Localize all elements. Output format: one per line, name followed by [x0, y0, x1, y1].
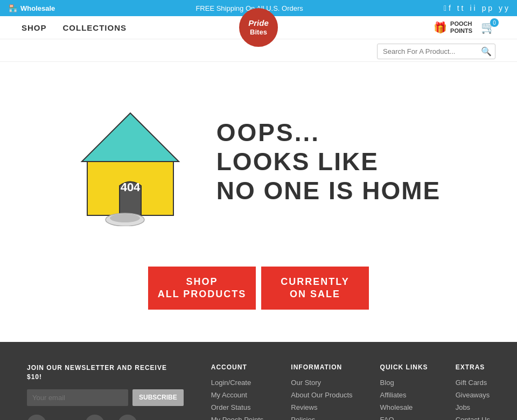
- gift-icon: 🎁: [434, 21, 447, 34]
- twitter-icon-top[interactable]: t t: [457, 4, 464, 12]
- youtube-icon-top[interactable]: y y: [499, 4, 508, 12]
- svg-point-5: [110, 214, 140, 222]
- pooch-points[interactable]: 🎁 POOCHPOINTS: [434, 20, 472, 34]
- gift-cards-link[interactable]: Gift Cards: [456, 379, 490, 387]
- pinterest-icon[interactable]: p: [118, 415, 137, 420]
- search-wrap: 🔍: [377, 44, 495, 59]
- main-nav: SHOP COLLECTIONS: [22, 23, 127, 32]
- information-heading: INFORMATION: [291, 363, 352, 371]
- logo[interactable]: Pride Bites: [239, 8, 278, 47]
- jobs-link[interactable]: Jobs: [456, 403, 490, 411]
- footer-extras: EXTRAS Gift Cards Giveaways Jobs Contact…: [456, 363, 490, 420]
- instagram-icon-top[interactable]: i i: [470, 4, 476, 12]
- dog-house-illustration: 404: [76, 102, 184, 221]
- cta-buttons: SHOP ALL PRODUCTS CURRENTLY ON SALE: [0, 267, 517, 342]
- newsletter-email-input[interactable]: [27, 389, 128, 406]
- account-heading: ACCOUNT: [211, 363, 264, 371]
- svg-text:404: 404: [120, 180, 140, 194]
- facebook-icon-top[interactable]:  f: [444, 4, 451, 12]
- error-line1: OOPS...: [216, 118, 441, 147]
- nav-shop[interactable]: SHOP: [22, 23, 47, 32]
- logo-line1: Pride: [248, 18, 269, 28]
- blog-link[interactable]: Blog: [380, 379, 428, 387]
- about-products-link[interactable]: About Our Products: [291, 391, 352, 399]
- svg-marker-0: [82, 113, 179, 162]
- contact-us-link[interactable]: Contact Us: [456, 416, 490, 420]
- footer-information: INFORMATION Our Story About Our Products…: [291, 363, 352, 420]
- social-icons-top:  f t t i i p p y y: [444, 4, 508, 12]
- pinterest-icon-top[interactable]: p p: [482, 4, 492, 12]
- giveaways-link[interactable]: Giveaways: [456, 391, 490, 399]
- our-story-link[interactable]: Our Story: [291, 379, 352, 387]
- pooch-points-label: POOCHPOINTS: [450, 20, 472, 34]
- social-icons-footer: f Facebook t 📷 Instagram p Pinterest ▶: [27, 415, 184, 420]
- footer-top: JOIN OUR NEWSLETTER AND RECEIVE $10! SUB…: [27, 363, 490, 420]
- search-button[interactable]: 🔍: [477, 44, 495, 59]
- reviews-link[interactable]: Reviews: [291, 403, 352, 411]
- wholesale-link-footer[interactable]: Wholesale: [380, 403, 428, 411]
- shop-all-button[interactable]: SHOP ALL PRODUCTS: [148, 267, 256, 310]
- my-account-link[interactable]: My Account: [211, 391, 264, 399]
- footer: JOIN OUR NEWSLETTER AND RECEIVE $10! SUB…: [0, 342, 517, 420]
- footer-quick-links: QUICK LINKS Blog Affiliates Wholesale FA…: [380, 363, 428, 420]
- search-input[interactable]: [378, 45, 477, 58]
- nav-collections[interactable]: COLLECTIONS: [63, 23, 127, 32]
- policies-link[interactable]: Policies: [291, 416, 352, 420]
- wholesale-link[interactable]: 🏪 Wholesale: [9, 4, 55, 12]
- instagram-icon[interactable]: 📷: [85, 415, 104, 420]
- facebook-icon[interactable]: f: [27, 415, 46, 420]
- newsletter-heading: JOIN OUR NEWSLETTER AND RECEIVE $10!: [27, 363, 184, 382]
- footer-newsletter: JOIN OUR NEWSLETTER AND RECEIVE $10! SUB…: [27, 363, 184, 420]
- cart-button[interactable]: 🛒 0: [481, 20, 495, 34]
- logo-line2: Bites: [248, 28, 269, 37]
- extras-heading: EXTRAS: [456, 363, 490, 371]
- header-right: 🎁 POOCHPOINTS 🛒 0: [434, 20, 495, 34]
- footer-account: ACCOUNT Login/Create My Account Order St…: [211, 363, 264, 420]
- my-pooch-points-link[interactable]: My Pooch Points: [211, 416, 264, 420]
- newsletter-form: SUBSCRIBE: [27, 389, 184, 406]
- error-text: OOPS... LOOKS LIKE NO ONE IS HOME: [216, 118, 441, 205]
- subscribe-button[interactable]: SUBSCRIBE: [132, 389, 184, 406]
- order-status-link[interactable]: Order Status: [211, 403, 264, 411]
- error-line2: LOOKS LIKE: [216, 147, 441, 176]
- header: SHOP COLLECTIONS Pride Bites 🎁 POOCHPOIN…: [0, 16, 517, 39]
- quick-links-heading: QUICK LINKS: [380, 363, 428, 371]
- error-section: 404 OOPS... LOOKS LIKE NO ONE IS HOME: [0, 62, 517, 267]
- store-icon: 🏪: [9, 4, 17, 12]
- error-line3: NO ONE IS HOME: [216, 176, 441, 205]
- cart-badge: 0: [490, 18, 499, 27]
- faq-link[interactable]: FAQ: [380, 416, 428, 420]
- on-sale-button[interactable]: CURRENTLY ON SALE: [261, 267, 369, 310]
- affiliates-link[interactable]: Affiliates: [380, 391, 428, 399]
- login-create-link[interactable]: Login/Create: [211, 379, 264, 387]
